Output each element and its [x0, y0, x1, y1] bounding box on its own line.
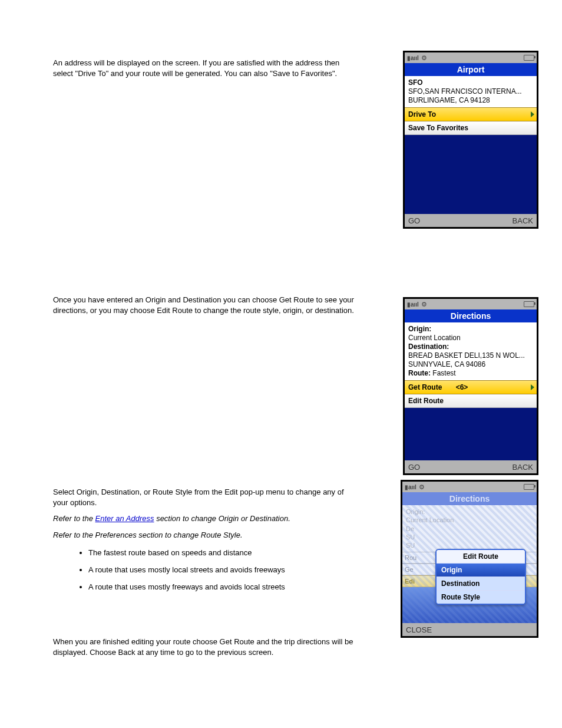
shortcut-hint: <6> — [456, 383, 468, 391]
edit-route-popup: Edit Route Origin Destination Route Styl… — [435, 549, 526, 605]
signal-icon: ▮aııl — [407, 301, 419, 308]
signal-icon: ▮aııl — [405, 484, 416, 490]
airport-city: BURLINGAME, CA 94128 — [408, 96, 533, 105]
menu-area: Get Route <6> Edit Route — [405, 380, 537, 460]
get-route-option[interactable]: Get Route <6> — [405, 380, 537, 394]
paragraph: Refer to the Enter an Address section to… — [53, 513, 359, 524]
route-label: Route: — [408, 369, 431, 377]
route-value: Fastest — [431, 369, 456, 377]
gear-icon: ⚙ — [419, 483, 425, 491]
popup-option-route-style[interactable]: Route Style — [437, 590, 525, 604]
origin-value: Current Location — [406, 516, 533, 524]
option-label: Get Route — [408, 383, 442, 391]
screen-title-dimmed: Directions — [402, 492, 537, 505]
origin-label: Origin: — [406, 508, 425, 515]
airport-card: SFO SFO,SAN FRANCISCO INTERNA... BURLING… — [405, 76, 537, 107]
paragraph: An address will be displayed on the scre… — [53, 58, 359, 78]
battery-icon — [524, 55, 534, 61]
softkey-close[interactable]: CLOSE — [406, 625, 432, 634]
drive-to-option[interactable]: Drive To — [405, 107, 537, 121]
airport-code: SFO — [408, 78, 533, 87]
chevron-right-icon — [531, 111, 534, 117]
popup-title: Edit Route — [437, 550, 525, 563]
gear-icon: ⚙ — [421, 54, 427, 62]
battery-icon — [524, 301, 534, 307]
softkey-bar: GO BACK — [405, 460, 537, 473]
phone-edit-route-popup: ▮aııl ⚙ Directions Origin: Current Locat… — [401, 480, 538, 638]
list-item: A route that uses mostly local streets a… — [88, 565, 359, 574]
doc-block-2: Once you have entered an Origin and Dest… — [53, 295, 359, 321]
screen-title: Airport — [405, 63, 537, 76]
text-run: Refer to the — [53, 514, 95, 523]
phone-directions-screen: ▮aııl ⚙ Directions Origin: Current Locat… — [403, 297, 538, 475]
save-favorites-option[interactable]: Save To Favorites — [405, 121, 537, 135]
dest-fragment: De — [406, 525, 533, 533]
edit-route-option[interactable]: Edit Route — [405, 394, 537, 408]
softkey-back[interactable]: BACK — [513, 463, 533, 472]
chevron-right-icon — [531, 384, 534, 390]
route-summary: Origin: Current Location Destination: BR… — [405, 322, 537, 380]
origin-label: Origin: — [408, 325, 431, 333]
ghost-fragment: SU — [406, 533, 533, 541]
status-bar: ▮aııl ⚙ — [402, 482, 537, 492]
popup-option-destination[interactable]: Destination — [437, 577, 525, 590]
origin-value: Current Location — [408, 334, 533, 342]
softkey-bar: GO BACK — [405, 214, 537, 227]
dimmed-body: Origin: Current Location De SU SU Rou Ge… — [402, 505, 537, 623]
softkey-go[interactable]: GO — [408, 216, 420, 225]
softkey-go[interactable]: GO — [408, 463, 420, 472]
list-item: A route that uses mostly freeways and av… — [88, 582, 359, 591]
paragraph: Select Origin, Destination, or Route Sty… — [53, 487, 359, 508]
menu-area: Drive To Save To Favorites — [405, 107, 537, 214]
paragraph: Refer to the Preferences section to chan… — [53, 530, 359, 541]
softkey-bar: CLOSE — [402, 623, 537, 636]
doc-block-1: An address will be displayed on the scre… — [53, 58, 359, 84]
doc-block-4: When you are finished editing your route… — [53, 637, 359, 663]
phone-airport-screen: ▮aııl ⚙ Airport SFO SFO,SAN FRANCISCO IN… — [403, 51, 538, 229]
destination-value: BREAD BASKET DELI,135 N WOL... — [408, 351, 533, 360]
gear-icon: ⚙ — [421, 301, 427, 308]
list-item: The fastest route based on speeds and di… — [88, 548, 359, 557]
paragraph: When you are finished editing your route… — [53, 637, 359, 657]
option-label: Drive To — [408, 110, 436, 118]
ghost-text: Origin: Current Location De SU SU — [402, 505, 537, 552]
status-bar: ▮aııl ⚙ — [405, 299, 537, 309]
destination-city: SUNNYVALE, CA 94086 — [408, 360, 533, 369]
airport-name: SFO,SAN FRANCISCO INTERNA... — [408, 87, 533, 96]
status-bar: ▮aııl ⚙ — [405, 52, 537, 63]
text-run: section to change Origin or Destination. — [154, 514, 290, 523]
doc-block-3: Select Origin, Destination, or Route Sty… — [53, 487, 359, 599]
route-style-list: The fastest route based on speeds and di… — [53, 548, 359, 591]
paragraph: Once you have entered an Origin and Dest… — [53, 295, 359, 315]
enter-address-link[interactable]: Enter an Address — [95, 514, 154, 523]
popup-option-origin[interactable]: Origin — [437, 563, 525, 577]
battery-icon — [524, 484, 534, 490]
screen-title: Directions — [405, 309, 537, 322]
signal-icon: ▮aııl — [407, 55, 419, 61]
softkey-back[interactable]: BACK — [513, 216, 533, 225]
destination-label: Destination: — [408, 342, 449, 351]
